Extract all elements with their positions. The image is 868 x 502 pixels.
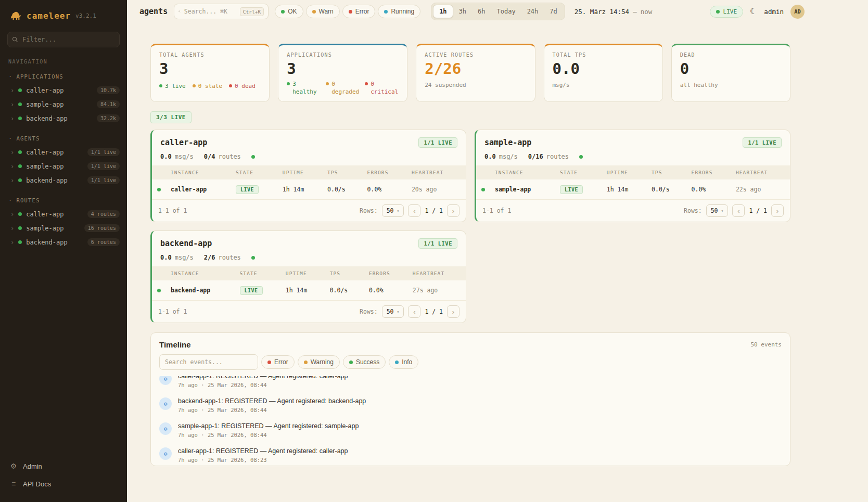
timeline-event[interactable]: ⚙ sample-app-1: REGISTERED — Agent regis… [159,418,782,443]
prev-page-button[interactable]: ‹ [408,305,420,318]
timeline-filter-warning-button[interactable]: Warning [298,355,340,369]
app-version: v3.2.1 [75,12,96,19]
timeline-events-list[interactable]: ⚙ caller-app-1: REGISTERED — Agent regis… [151,376,790,466]
time-range-display: 25. März 14:54 — now [575,8,652,16]
row-range-text: 1-1 of 1 [158,207,187,214]
timeline-event[interactable]: ⚙ caller-app-1: REGISTERED — Agent regis… [159,443,782,466]
stat-value: 0.0 [553,61,654,76]
timeline-event[interactable]: ⚙ caller-app-1: REGISTERED — Agent regis… [159,376,782,393]
column-header-errors: ERRORS [686,165,731,179]
rows-label: Rows: [684,207,702,214]
timeline-search-input[interactable] [159,354,258,370]
column-header-errors: ERRORS [364,266,407,280]
avatar[interactable]: AD [790,5,805,19]
column-header-heartbeat: HEARTBEAT [731,165,790,179]
timeline-filter-info-button[interactable]: Info [389,355,418,369]
header: agents Ctrl+K OK Warn Error Running [127,0,868,23]
prev-page-button[interactable]: ‹ [732,204,745,217]
cell-uptime: 1h 14m [602,179,646,200]
filter-error-button[interactable]: Error [342,5,376,18]
tps-unit: msg/s [175,153,194,160]
event-gear-icon: ⚙ [159,376,172,385]
filter-label: Error [355,8,369,15]
cell-errors: 0.0% [686,179,731,200]
sidebar-item-routes-sample-app[interactable]: › sample-app 16 routes [0,221,127,235]
row-range-text: 1-1 of 1 [482,207,511,214]
stat-card-total-agents: TOTAL AGENTS 3 3 live 0 stale 0 dead [150,44,270,102]
filter-label: Warning [311,358,334,366]
footer-item-label: API Docs [23,480,51,488]
prev-page-button[interactable]: ‹ [408,204,420,217]
time-range-24h[interactable]: 24h [521,5,544,18]
next-page-button[interactable]: › [771,204,784,217]
rows-per-page-value: 50 [711,207,718,214]
dark-mode-toggle[interactable]: ☾ [750,7,757,16]
sidebar-item-agents-sample-app[interactable]: › sample-app 1/1 live [0,159,127,173]
chevron-right-icon: › [10,211,14,218]
cell-heartbeat: 22s ago [731,179,790,200]
cell-heartbeat: 27s ago [407,280,466,301]
filter-running-button[interactable]: Running [378,5,420,18]
status-filter-group: OK Warn Error Running [275,5,420,18]
stat-label: TOTAL AGENTS [159,52,261,58]
status-dot [18,226,22,230]
sidebar-item-routes-backend-app[interactable]: › backend-app 6 routes [0,235,127,249]
search-input[interactable] [184,8,236,15]
status-dot [326,82,329,85]
status-dot [159,84,162,87]
sidebar-item-admin[interactable]: ⚙ Admin [8,457,119,475]
time-range-1h[interactable]: 1h [433,5,453,18]
rows-per-page-select[interactable]: 50 ▾ [382,305,404,318]
nav-section-applications: · APPLICATIONS › caller-app 10.7k › samp… [0,70,127,125]
sidebar-item-applications-backend-app[interactable]: › backend-app 32.2k [0,111,127,125]
section-header-applications[interactable]: · APPLICATIONS [0,70,127,83]
next-page-button[interactable]: › [447,305,459,318]
sidebar-filter-input[interactable] [7,32,120,47]
sidebar-item-agents-backend-app[interactable]: › backend-app 1/1 live [0,173,127,187]
state-badge: LIVE [236,185,259,194]
timeline-filter-error-button[interactable]: Error [261,355,295,369]
global-search[interactable]: Ctrl+K [174,4,269,19]
sidebar-item-routes-caller-app[interactable]: › caller-app 4 routes [0,207,127,221]
rows-per-page-select[interactable]: 50 ▾ [382,204,404,217]
timeline-filter-success-button[interactable]: Success [343,355,386,369]
timeline-event[interactable]: ⚙ backend-app-1: REGISTERED — Agent regi… [159,393,782,418]
app-card-title: sample-app [484,138,531,147]
sidebar-item-applications-caller-app[interactable]: › caller-app 10.7k [0,83,127,97]
stat-label: DEAD [680,52,782,58]
next-page-button[interactable]: › [447,204,459,217]
section-header-agents[interactable]: · AGENTS [0,132,127,145]
chevron-right-icon: › [10,87,14,94]
app-logo: cameleer v3.2.1 [0,0,127,27]
time-range-today[interactable]: Today [491,5,521,18]
state-badge: LIVE [560,185,583,194]
chevron-right-icon: › [10,225,14,232]
event-text: backend-app-1: REGISTERED — Agent regist… [178,397,366,405]
stat-meta-text: 0 stale [198,83,222,89]
sidebar-item-agents-caller-app[interactable]: › caller-app 1/1 live [0,145,127,159]
sidebar-item-api-docs[interactable]: ≡ API Docs [8,475,119,493]
stat-meta-text: 3 live [165,83,186,89]
running-dot-icon [384,10,388,14]
nav-item-label: backend-app [26,115,67,122]
filter-ok-button[interactable]: OK [275,5,303,18]
sidebar-item-applications-sample-app[interactable]: › sample-app 84.1k [0,97,127,111]
time-range-6h[interactable]: 6h [472,5,491,18]
filter-warn-button[interactable]: Warn [306,5,340,18]
table-row[interactable]: backend-app LIVE 1h 14m 0.0/s 0.0% 27s a… [152,280,466,301]
table-row[interactable]: sample-app LIVE 1h 14m 0.0/s 0.0% 22s ag… [476,179,790,200]
nav-item-badge: 4 routes [87,210,120,218]
event-time: 7h ago · 25 Mar 2026, 08:44 [178,432,359,438]
rows-per-page-select[interactable]: 50 ▾ [706,204,729,217]
cell-tps: 0.0/s [325,280,364,301]
time-range-3h[interactable]: 3h [453,5,472,18]
timeline-card: Timeline 50 events Error Warning [150,332,790,466]
nav-section-routes: · ROUTES › caller-app 4 routes › sample-… [0,194,127,249]
time-range-7d[interactable]: 7d [544,5,563,18]
section-header-routes[interactable]: · ROUTES [0,194,127,207]
table-row[interactable]: caller-app LIVE 1h 14m 0.0/s 0.0% 20s ag… [152,179,466,200]
stat-subtext: msg/s [553,82,654,88]
live-badge: 1/1 LIVE [418,238,457,249]
app-card-sample-app: sample-app 1/1 LIVE 0.0 msg/s 0/16 route… [475,130,790,222]
live-badge: 1/1 LIVE [743,137,782,148]
